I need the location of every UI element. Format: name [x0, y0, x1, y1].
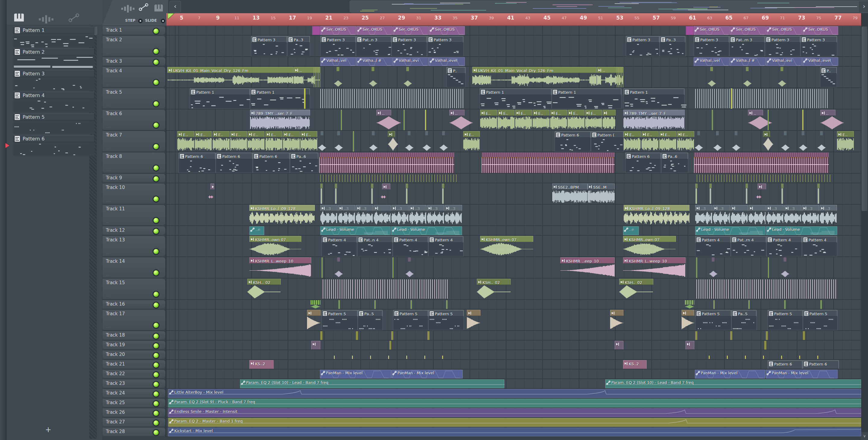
- automation-clip[interactable]: PanMan - Mix level: [766, 370, 838, 378]
- one-shot-clip[interactable]: [337, 67, 339, 71]
- midi-pattern-clip[interactable]: Pat..rn 3: [729, 36, 765, 56]
- midi-pattern-clip[interactable]: Pattern 1: [623, 88, 685, 109]
- midi-pattern-clip[interactable]: Pattern (: [591, 131, 624, 151]
- automation-clip[interactable]: Param. EQ 2 (Slot 10) - Lead - Band 7 fr…: [240, 379, 504, 388]
- tick-pattern-clip[interactable]: [356, 89, 392, 108]
- midi-pattern-clip[interactable]: Pattern 5: [695, 310, 732, 330]
- thin-clip[interactable]: [748, 300, 750, 309]
- tick-clip[interactable]: [799, 356, 800, 359]
- riser-clip[interactable]: [817, 183, 820, 188]
- tick-clip[interactable]: [763, 356, 764, 359]
- track-name[interactable]: Track 25: [106, 400, 125, 405]
- midi-pattern-clip[interactable]: Pa..6: [290, 153, 318, 173]
- audio-clip[interactable]: ..: [820, 110, 835, 130]
- midi-pattern-clip[interactable]: Pattern 3: [251, 36, 287, 56]
- slide-radio[interactable]: [161, 19, 165, 23]
- track-mute-led[interactable]: [153, 79, 159, 86]
- track-header[interactable]: Track 8...: [102, 152, 165, 173]
- thin-clip[interactable]: [320, 331, 322, 340]
- track-mute-led[interactable]: [153, 59, 159, 66]
- track-header[interactable]: Track 10...: [102, 183, 165, 204]
- pattern-item[interactable]: Pattern 2: [13, 48, 94, 69]
- tick-pattern-clip[interactable]: [323, 279, 354, 299]
- automation-clip[interactable]: Ser..ORUS: [429, 26, 465, 35]
- track-mute-led[interactable]: [153, 48, 159, 55]
- track-mute-led[interactable]: [153, 291, 159, 298]
- track-mute-led[interactable]: [153, 410, 159, 417]
- one-shot-clip[interactable]: [802, 131, 804, 135]
- tick-clip[interactable]: [745, 356, 746, 359]
- tick-pattern-clip[interactable]: [320, 174, 458, 182]
- midi-pattern-clip[interactable]: P..: [820, 67, 837, 88]
- track-header[interactable]: Track 27: [102, 418, 165, 427]
- audio-clip[interactable]: E..: [213, 131, 229, 151]
- track-name[interactable]: Track 18: [106, 332, 125, 338]
- one-shot-clip[interactable]: [442, 131, 445, 135]
- one-shot-clip[interactable]: [408, 131, 410, 135]
- one-shot-clip[interactable]: [320, 131, 323, 135]
- track-name[interactable]: Track 24: [106, 390, 125, 396]
- midi-pattern-clip[interactable]: Pattern 6: [253, 153, 290, 173]
- audio-clip[interactable]: 789_TMY_..ser_7_F: [250, 110, 310, 130]
- thin-clip[interactable]: [766, 331, 768, 340]
- audio-clip[interactable]: [307, 310, 320, 330]
- track-header[interactable]: Track 12: [102, 226, 165, 235]
- one-shot-clip[interactable]: [820, 131, 823, 135]
- audio-clip[interactable]: E..: [177, 131, 194, 151]
- audio-clip[interactable]: ..3: [320, 205, 338, 226]
- sliced-clip[interactable]: [311, 300, 320, 305]
- riser-clip[interactable]: [406, 183, 408, 188]
- audio-clip[interactable]: E..: [568, 110, 585, 130]
- tick-pattern-clip[interactable]: [768, 89, 803, 108]
- track-header[interactable]: Track 4...: [102, 67, 165, 88]
- audio-clip[interactable]: [749, 205, 766, 226]
- track-header[interactable]: Track 22: [102, 370, 165, 378]
- track-header[interactable]: Track 16: [102, 300, 165, 309]
- automation-clip[interactable]: Lead - Volume: [766, 226, 837, 235]
- automation-clip[interactable]: Param. EQ 2 (Slot 10) - Lead - Band 7 fr…: [605, 379, 861, 388]
- audio-clip[interactable]: E..: [283, 131, 300, 151]
- track-name[interactable]: Track 3: [106, 59, 122, 64]
- midi-pattern-clip[interactable]: Pattern 4: [802, 236, 837, 257]
- audio-clip[interactable]: ..3: [427, 205, 444, 226]
- tick-clip[interactable]: [406, 356, 407, 359]
- tick-clip[interactable]: [781, 356, 782, 359]
- audio-clip[interactable]: [211, 183, 214, 204]
- track-name[interactable]: Track 11: [106, 206, 125, 211]
- thin-clip[interactable]: [391, 331, 393, 340]
- pattern-item[interactable]: Pattern 6: [13, 135, 94, 156]
- track-name[interactable]: Track 17: [106, 311, 125, 316]
- thin-clip[interactable]: [321, 258, 323, 278]
- track-header[interactable]: Track 1: [102, 26, 165, 35]
- tick-pattern-clip[interactable]: [800, 279, 837, 299]
- automation-clip[interactable]: Ser..ORUS: [802, 26, 838, 35]
- midi-pattern-clip[interactable]: Pa..3: [660, 36, 685, 56]
- track-mute-led[interactable]: [153, 381, 159, 388]
- track-name[interactable]: Track 7: [106, 132, 122, 138]
- tick-pattern-clip[interactable]: [355, 279, 386, 299]
- midi-pattern-clip[interactable]: Pattern 3: [427, 36, 464, 56]
- midi-pattern-clip[interactable]: Pat..n 4: [357, 236, 393, 257]
- stripe-loop-clip[interactable]: [482, 153, 615, 173]
- track-mute-led[interactable]: [153, 371, 159, 378]
- midi-pattern-clip[interactable]: Pattern 3: [765, 36, 801, 56]
- audio-clip[interactable]: KSHMR_L..weep_10: [623, 258, 685, 278]
- midi-pattern-clip[interactable]: Pattern 3: [392, 36, 427, 56]
- one-shot-clip[interactable]: [697, 131, 700, 135]
- thin-clip[interactable]: [356, 331, 358, 340]
- thin-clip[interactable]: [686, 26, 693, 35]
- track-header[interactable]: Track 11...: [102, 205, 165, 226]
- track-header[interactable]: Track 20: [102, 350, 165, 359]
- audio-clip[interactable]: ..: [597, 67, 623, 88]
- midi-pattern-clip[interactable]: Pattern 3: [694, 36, 729, 56]
- track-mute-led[interactable]: [153, 228, 159, 235]
- thin-clip[interactable]: [338, 300, 340, 309]
- thin-clip[interactable]: [730, 331, 732, 340]
- thin-clip[interactable]: [803, 331, 805, 340]
- stripe-loop-clip[interactable]: [694, 153, 829, 173]
- midi-pattern-clip[interactable]: Pattern 1: [250, 88, 310, 109]
- track-name[interactable]: Track 10: [106, 185, 125, 190]
- tick-pattern-clip[interactable]: [387, 279, 418, 299]
- audio-clip[interactable]: [731, 205, 748, 226]
- track-header[interactable]: Track 26: [102, 408, 165, 417]
